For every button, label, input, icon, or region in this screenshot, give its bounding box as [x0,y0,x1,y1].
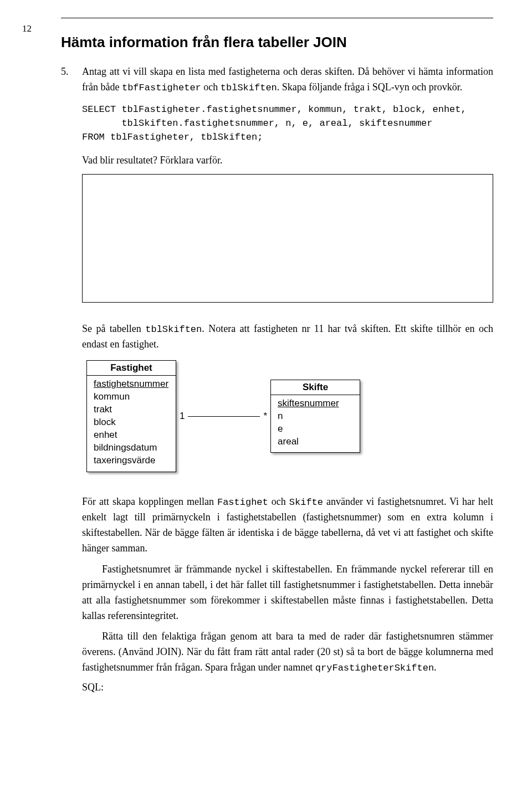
item-number: 5. [61,64,76,693]
code-inline: tblSkiften [221,83,277,93]
cardinality-left: 1 [176,411,188,422]
paragraph: För att skapa kopplingen mellan Fastighe… [82,494,493,556]
entity-body: fastighetsnummer kommun trakt block enhe… [87,376,176,472]
page: 12 Hämta information från flera tabeller… [0,18,532,803]
relation-link: 1 * [176,411,270,422]
text: . [434,662,437,673]
question-text: Vad blir resultatet? Förklara varför. [82,153,493,168]
entity-attr: kommun [94,391,169,403]
text: och [268,496,289,507]
entity-title: Skifte [271,380,360,395]
entity-attr: enhet [94,429,169,442]
entity-attr: trakt [94,403,169,416]
text: För att skapa kopplingen mellan [82,496,217,507]
text: Se på tabellen [82,323,145,334]
entity-attr-pk: fastighetsnummer [94,378,169,391]
top-rule [61,18,493,18]
entity-attr: e [278,423,353,436]
entity-attr-pk: skiftesnummer [278,397,353,410]
page-number: 12 [22,23,32,34]
cardinality-right: * [260,411,270,422]
entity-attr: areal [278,436,353,448]
paragraph: Se på tabellen tblSkiften. Notera att fa… [82,321,493,352]
code-inline: qryFastigheterSkiften [315,663,434,673]
entity-attr: n [278,410,353,423]
code-inline: Skifte [289,497,323,508]
exercise-item: 5. Antag att vi vill skapa en lista med … [61,64,493,693]
entity-skifte: Skifte skiftesnummer n e areal [270,380,360,453]
entity-attr: taxeringsvärde [94,454,169,467]
sql-label: SQL: [82,682,493,693]
intro-paragraph: Antag att vi vill skapa en lista med fas… [82,64,493,95]
entity-attr: bildningsdatum [94,442,169,454]
sql-code-block: SELECT tblFastigheter.fastighetsnummer, … [82,103,493,144]
text: . Skapa följande fråga i SQL-vyn och pro… [277,81,462,93]
er-diagram: Fastighet fastighetsnummer kommun trakt … [86,360,493,472]
paragraph: Rätta till den felaktiga frågan genom at… [82,629,493,676]
item-body: Antag att vi vill skapa en lista med fas… [82,64,493,693]
code-inline: tbfFastigheter [122,83,201,93]
code-inline: tblSkiften [145,324,202,335]
text: och [201,81,221,93]
entity-body: skiftesnummer n e areal [271,395,360,453]
answer-box[interactable] [82,174,493,303]
entity-attr: block [94,416,169,429]
paragraph: Fastighetsnumret är främmande nyckel i s… [82,562,493,624]
code-inline: Fastighet [217,497,268,508]
section-title: Hämta information från flera tabeller JO… [61,34,493,51]
entity-fastighet: Fastighet fastighetsnummer kommun trakt … [86,360,176,472]
relation-line [188,416,260,417]
entity-title: Fastighet [87,361,176,376]
